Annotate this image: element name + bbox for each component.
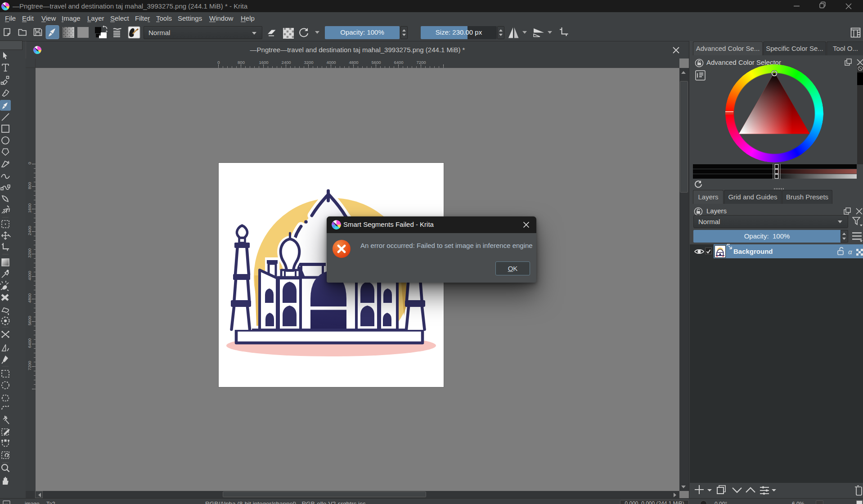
svg-text:α: α xyxy=(848,248,852,256)
